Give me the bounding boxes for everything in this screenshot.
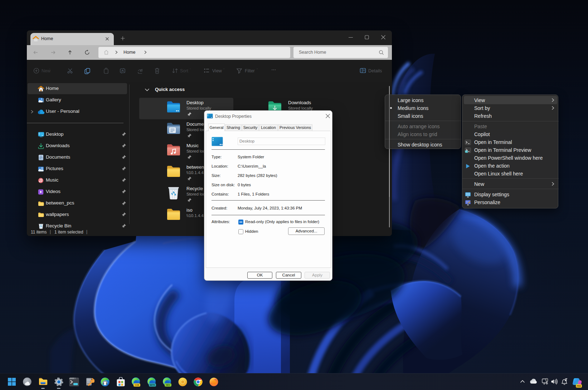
svg-text:BETA: BETA bbox=[150, 384, 155, 386]
svg-text:CAN: CAN bbox=[135, 384, 139, 386]
svg-text:PRE: PRE bbox=[577, 385, 581, 387]
svg-text:DEV: DEV bbox=[166, 384, 170, 386]
